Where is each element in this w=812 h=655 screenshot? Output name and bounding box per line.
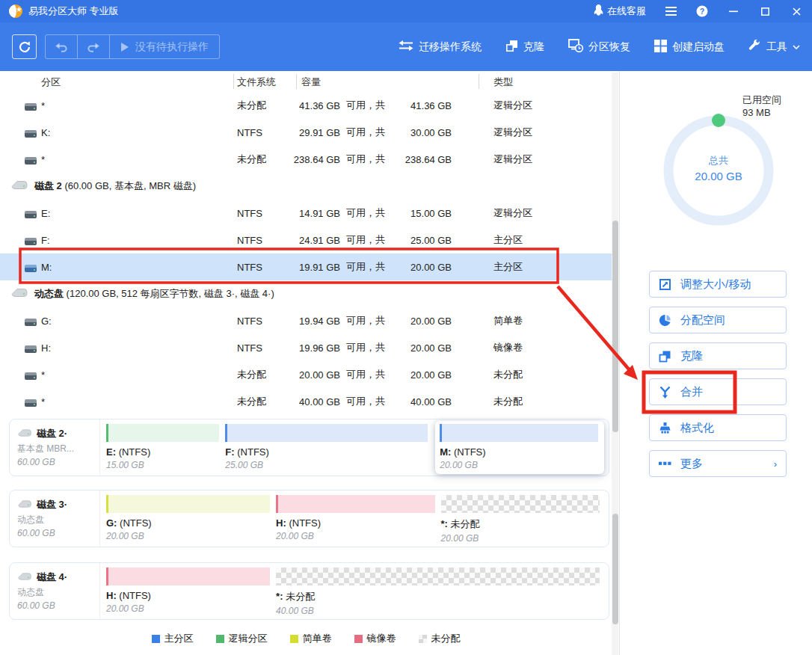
- title-bar: 易我分区大师 专业版 在线客服 ?: [0, 0, 812, 22]
- partition-row[interactable]: *未分配238.64 GB可用，共238.64 GB逻辑分区: [0, 146, 612, 173]
- legend-swatch: [152, 635, 160, 643]
- format-button[interactable]: 格式化: [649, 414, 787, 441]
- clone-button[interactable]: 克隆: [505, 40, 544, 55]
- filesystem-value: 未分配: [237, 153, 266, 166]
- partition-row[interactable]: K:NTFS29.91 GB可用，共30.00 GB逻辑分区: [0, 119, 612, 146]
- resize-move-button[interactable]: 调整大小/移动: [649, 271, 787, 298]
- disk-size: 60.00 GB: [17, 600, 93, 611]
- used-space-dot: [712, 114, 725, 127]
- capacity-free: 19.96 GB: [273, 342, 340, 354]
- filesystem-value: 未分配: [237, 99, 266, 112]
- partition-name: *: [41, 154, 45, 165]
- partition-type: 主分区: [493, 260, 523, 274]
- partition-type: 未分配: [493, 395, 523, 408]
- execute-operations-button[interactable]: 没有待执行操作: [110, 40, 219, 54]
- legend-swatch: [290, 635, 298, 643]
- online-service-button[interactable]: 在线客服: [594, 4, 646, 18]
- clone-button[interactable]: 克隆: [649, 342, 787, 369]
- disk-group-row[interactable]: 磁盘 2 (60.00 GB, 基本盘, MBR 磁盘): [0, 173, 612, 200]
- partition-recovery-button[interactable]: 分区恢复: [568, 39, 630, 55]
- toolbar-actions: 迁移操作系统克隆分区恢复创建启动盘工具: [399, 39, 800, 55]
- close-button[interactable]: [790, 4, 803, 18]
- partition-type: 逻辑分区: [493, 153, 532, 166]
- disk-panel: 磁盘 2·基本盘 MBR...60.00 GBE: (NTFS)15.00 GB…: [9, 419, 609, 476]
- capacity-total: 20.00 GB: [389, 262, 452, 273]
- partition-row[interactable]: *未分配41.36 GB可用，共41.36 GB逻辑分区: [0, 92, 612, 119]
- maximize-button[interactable]: [758, 4, 772, 18]
- partition-bar: [106, 495, 270, 513]
- partition-bar: [276, 495, 434, 513]
- partition-row[interactable]: G:NTFS19.94 GB可用，共20.00 GB简单卷: [0, 307, 612, 334]
- disk-subtitle: 动态盘: [17, 514, 93, 526]
- legend-item: 未分配: [419, 632, 461, 645]
- capacity-separator: 可用，共: [346, 368, 385, 381]
- partition-name: K:: [41, 127, 50, 138]
- disk-panel: 磁盘 3·动态盘60.00 GBG: (NTFS)20.00 GBH: (NTF…: [9, 490, 609, 547]
- disk-map-partition[interactable]: *: 未分配40.00 GB: [274, 566, 604, 619]
- legend-swatch: [354, 635, 363, 643]
- partition-table-body: *未分配41.36 GB可用，共41.36 GB逻辑分区K:NTFS29.91 …: [0, 92, 612, 415]
- capacity-free: 14.91 GB: [273, 208, 340, 219]
- capacity-total: 15.00 GB: [389, 208, 452, 219]
- capacity-total: 41.36 GB: [389, 100, 452, 111]
- disk-group-row[interactable]: 动态盘 (120.00 GB, 512 每扇区字节数, 磁盘 3·, 磁盘 4·…: [0, 280, 612, 307]
- operation-list-icon[interactable]: [664, 4, 677, 18]
- capacity-separator: 可用，共: [346, 260, 385, 274]
- capacity-total: 238.64 GB: [389, 154, 452, 165]
- disk-map-partition[interactable]: M: (NTFS)20.00 GB: [435, 421, 604, 474]
- partition-name: M:: [41, 262, 52, 273]
- partition-name: *: [41, 369, 45, 381]
- capacity-free: 40.00 GB: [273, 396, 340, 408]
- undo-button[interactable]: [46, 35, 77, 58]
- minimize-button[interactable]: [727, 4, 740, 18]
- disk-map-partition[interactable]: H: (NTFS)20.00 GB: [105, 566, 274, 619]
- partition-bar: [276, 568, 600, 585]
- partition-name: G:: [41, 316, 52, 327]
- help-icon[interactable]: ?: [695, 4, 709, 18]
- partition-row[interactable]: *未分配40.00 GB可用，共40.00 GB未分配: [0, 388, 612, 415]
- partition-row[interactable]: E:NTFS14.91 GB可用，共15.00 GB逻辑分区: [0, 200, 612, 227]
- partition-size: 20.00 GB: [276, 531, 434, 541]
- wrench-icon: [748, 40, 761, 55]
- usage-donut-chart: 总共 20.00 GB: [659, 111, 778, 230]
- partition-type: 逻辑分区: [493, 99, 532, 112]
- app-logo-icon: [9, 4, 22, 18]
- capacity-free: 238.64 GB: [273, 154, 340, 165]
- penguin-icon: [594, 4, 603, 18]
- panels-scrollbar-thumb[interactable]: [612, 514, 618, 624]
- create-boot-disk-button[interactable]: 创建启动盘: [654, 40, 725, 55]
- partition-row[interactable]: F:NTFS24.91 GB可用，共25.00 GB主分区: [0, 227, 612, 253]
- col-header-type: 类型: [493, 76, 513, 89]
- disk-map-partition[interactable]: E: (NTFS)15.00 GB: [105, 422, 224, 476]
- disk-map-partition[interactable]: G: (NTFS)20.00 GB: [105, 493, 274, 547]
- partition-name: E:: [41, 208, 50, 219]
- partition-size: 20.00 GB: [106, 603, 270, 614]
- tools-button[interactable]: 工具: [748, 40, 800, 55]
- partition-row[interactable]: H:NTFS19.96 GB可用，共20.00 GB镜像卷: [0, 334, 612, 361]
- merge-button[interactable]: 合并: [649, 378, 787, 405]
- play-icon: [120, 42, 129, 52]
- partition-row[interactable]: *未分配20.00 GB可用，共20.00 GB未分配: [0, 361, 612, 388]
- partition-size: 20.00 GB: [440, 460, 598, 470]
- capacity-total: 25.00 GB: [389, 235, 452, 246]
- filesystem-value: 未分配: [237, 368, 266, 381]
- partition-type: 逻辑分区: [493, 126, 532, 139]
- allocate-space-button[interactable]: 分配空间: [649, 307, 787, 333]
- online-service-label: 在线客服: [607, 4, 646, 18]
- refresh-button[interactable]: [12, 34, 37, 59]
- more-button[interactable]: 更多›: [649, 450, 787, 477]
- migrate-os-button[interactable]: 迁移操作系统: [399, 40, 482, 54]
- detail-sidebar: 已用空间 93 MB 总共 20.00 GB 调整大小/移动分配空间克隆合并格式…: [621, 71, 812, 655]
- legend-swatch: [216, 635, 224, 643]
- capacity-total: 20.00 GB: [389, 369, 452, 381]
- disk-map-partition[interactable]: H: (NTFS)20.00 GB: [274, 493, 439, 547]
- table-scrollbar-thumb[interactable]: [612, 221, 618, 432]
- redo-button[interactable]: [78, 35, 109, 58]
- partition-row[interactable]: M:NTFS19.91 GB可用，共20.00 GB主分区: [0, 253, 612, 280]
- boot-disk-icon: [654, 40, 667, 55]
- capacity-free: 20.00 GB: [273, 369, 340, 381]
- disk-map-partition[interactable]: *: 未分配20.00 GB: [440, 493, 604, 547]
- legend-item: 简单卷: [290, 632, 332, 645]
- disk-name: 磁盘 2·: [37, 427, 67, 440]
- disk-map-partition[interactable]: F: (NTFS)25.00 GB: [224, 422, 432, 476]
